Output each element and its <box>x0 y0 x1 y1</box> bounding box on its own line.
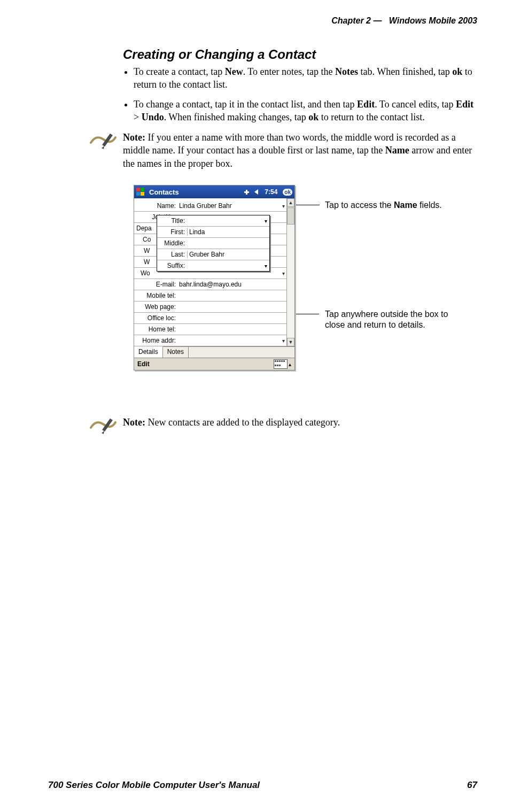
dropdown-arrow-icon[interactable]: ▾ <box>280 203 287 209</box>
tab-details[interactable]: Details <box>134 346 163 358</box>
pocketpc-window: Contacts 7:54 ok Name: Linda Gruber Bahr… <box>134 185 295 370</box>
popup-row-suffix[interactable]: Suffix: ▾ <box>157 260 269 271</box>
callout-text: Tap to access the Name fields. <box>325 200 464 211</box>
popup-label: Last: <box>157 251 187 258</box>
field-value[interactable]: bahr.linda@mayo.edu <box>178 281 287 288</box>
dropdown-arrow-icon[interactable]: ▾ <box>280 270 287 276</box>
volume-icon[interactable] <box>254 188 261 196</box>
form-area: Name: Linda Gruber Bahr ▾ Job title: Dep… <box>134 198 294 346</box>
field-label: Home addr: <box>134 337 178 344</box>
running-header: Chapter 2 — Windows Mobile 2003 <box>48 16 477 26</box>
dropdown-arrow-icon[interactable]: ▾ <box>280 338 287 344</box>
connectivity-icon[interactable] <box>243 188 251 196</box>
dropdown-arrow-icon[interactable]: ▾ <box>262 263 269 269</box>
field-row-homeaddr[interactable]: Home addr: ▾ <box>134 335 287 346</box>
popup-label: First: <box>157 228 187 236</box>
scroll-down-button[interactable]: ▼ <box>287 338 294 346</box>
popup-label: Suffix: <box>157 262 187 269</box>
popup-row-first[interactable]: First: Linda <box>157 227 269 238</box>
figure: Tap to access the Name fields. Tap anywh… <box>134 185 477 399</box>
scroll-up-button[interactable]: ▲ <box>287 198 294 207</box>
start-flag-icon[interactable] <box>136 188 146 196</box>
popup-label: Title: <box>157 217 187 225</box>
field-label: Name: <box>134 202 178 210</box>
field-row-email[interactable]: E-mail: bahr.linda@mayo.edu <box>134 279 287 290</box>
note-block: Note: If you enter a name with more than… <box>90 131 477 170</box>
field-label: Office loc: <box>134 314 178 322</box>
tab-notes[interactable]: Notes <box>163 347 189 358</box>
ok-button[interactable]: ok <box>283 189 292 196</box>
popup-value[interactable]: Gruber Bahr <box>187 251 269 258</box>
field-label: Mobile tel: <box>134 292 178 299</box>
popup-row-title[interactable]: Title: ▾ <box>157 215 269 227</box>
section-heading: Creating or Changing a Contact <box>123 47 477 62</box>
popup-row-middle[interactable]: Middle: <box>157 238 269 249</box>
note-block: Note: New contacts are added to the disp… <box>90 416 477 439</box>
note-text: Note: New contacts are added to the disp… <box>123 416 340 429</box>
list-item: To change a contact, tap it in the conta… <box>134 98 477 124</box>
chapter-label: Chapter 2 <box>331 16 371 25</box>
popup-label: Middle: <box>157 239 187 247</box>
field-row-officeloc[interactable]: Office loc: <box>134 313 287 324</box>
note-pencil-icon <box>90 132 117 154</box>
field-label: Web page: <box>134 303 178 311</box>
field-row-hometel[interactable]: Home tel: <box>134 324 287 335</box>
note-text: Note: If you enter a name with more than… <box>123 131 477 170</box>
callout-text: Tap anywhere outside the box to close an… <box>325 309 464 330</box>
page-footer: 700 Series Color Mobile Computer User's … <box>48 780 477 791</box>
instruction-list: To create a contact, tap New. To enter n… <box>123 65 477 123</box>
svg-marker-1 <box>102 146 104 149</box>
title-bar: Contacts 7:54 ok <box>134 185 294 198</box>
footer-manual-title: 700 Series Color Mobile Computer User's … <box>48 780 260 791</box>
svg-marker-3 <box>102 431 104 434</box>
scroll-thumb[interactable] <box>287 207 294 225</box>
field-label: Home tel: <box>134 326 178 333</box>
app-title: Contacts <box>149 188 240 196</box>
list-item: To create a contact, tap New. To enter n… <box>134 65 477 91</box>
note-pencil-icon <box>90 417 117 439</box>
footer-page-number: 67 <box>467 780 477 791</box>
dropdown-arrow-icon[interactable]: ▾ <box>262 218 269 224</box>
sip-up-arrow-icon[interactable]: ▴ <box>289 361 291 367</box>
field-value[interactable]: Linda Gruber Bahr <box>178 202 280 210</box>
tabs-bar: Details Notes <box>134 346 294 358</box>
header-sep: — <box>373 16 382 25</box>
header-title-text: Windows Mobile 2003 <box>389 16 477 25</box>
command-bar: Edit ▴ <box>134 358 294 370</box>
popup-value[interactable]: Linda <box>187 228 269 236</box>
field-row-webpage[interactable]: Web page: <box>134 301 287 313</box>
edit-menu[interactable]: Edit <box>137 360 150 368</box>
field-row-name[interactable]: Name: Linda Gruber Bahr ▾ <box>134 200 287 212</box>
field-label: E-mail: <box>134 281 178 288</box>
vertical-scrollbar[interactable]: ▲ ▼ <box>286 198 294 346</box>
header-title <box>384 16 389 25</box>
clock-time: 7:54 <box>265 188 277 196</box>
field-row-mobile[interactable]: Mobile tel: <box>134 290 287 301</box>
name-popup: Title: ▾ First: Linda Middle: <box>157 215 270 272</box>
popup-row-last[interactable]: Last: Gruber Bahr <box>157 249 269 260</box>
keyboard-icon[interactable] <box>274 359 288 369</box>
